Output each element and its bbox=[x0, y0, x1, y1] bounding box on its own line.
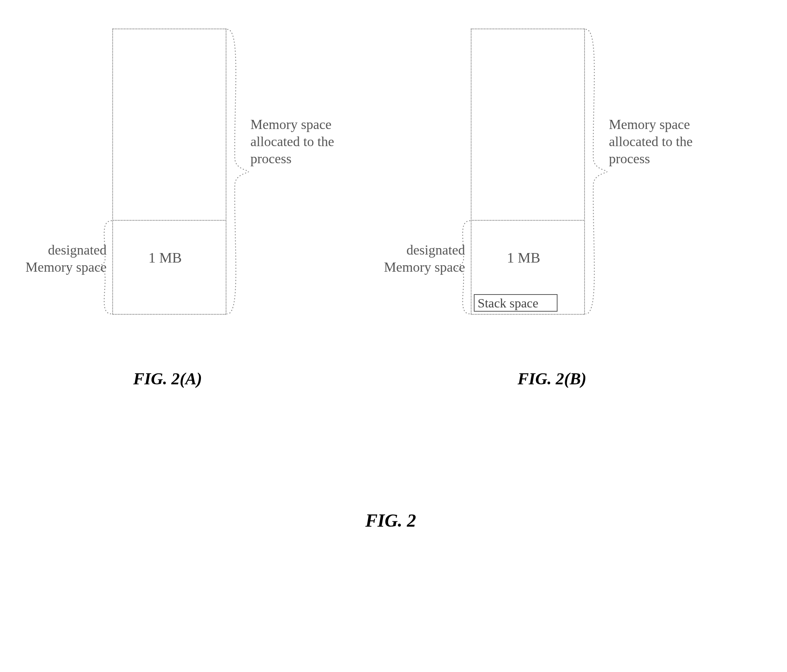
label-process-memory: Memory space allocated to the process bbox=[609, 116, 731, 167]
stack-space-box: Stack space bbox=[474, 294, 558, 312]
size-label-1mb: 1 MB bbox=[148, 249, 182, 266]
caption-fig-2a: FIG. 2(A) bbox=[133, 369, 202, 389]
brace-right-full bbox=[226, 29, 249, 315]
label-designated-memory: designated Memory space bbox=[378, 242, 465, 276]
caption-fig-2b: FIG. 2(B) bbox=[518, 369, 586, 389]
label-process-memory: Memory space allocated to the process bbox=[250, 116, 372, 167]
label-designated-memory: designated Memory space bbox=[19, 242, 107, 276]
size-label-1mb: 1 MB bbox=[507, 249, 540, 266]
panel-fig-2a: 1 MB Memory space allocated to the proce… bbox=[34, 29, 377, 360]
designated-memory-divider bbox=[112, 220, 226, 221]
panel-fig-2b: 1 MB Stack space Memory space allocated … bbox=[393, 29, 758, 360]
brace-right-full bbox=[585, 29, 608, 315]
caption-fig-2: FIG. 2 bbox=[365, 510, 416, 531]
process-memory-rect bbox=[471, 29, 585, 315]
process-memory-rect bbox=[112, 29, 226, 315]
designated-memory-divider bbox=[471, 220, 585, 221]
